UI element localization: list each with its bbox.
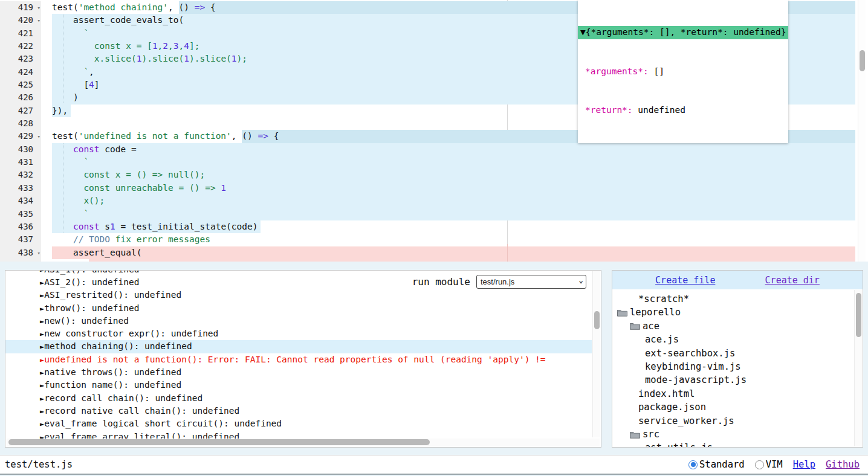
tree-item-label: ace.js (645, 333, 679, 346)
results-horizontal-scrollbar[interactable] (7, 439, 600, 446)
editor-line[interactable]: 438▾ assert_equal( (0, 246, 868, 259)
tree-file-item[interactable]: ext-searchbox.js (612, 347, 853, 360)
code-cell[interactable]: root_calltree_node(s1) (41, 259, 868, 262)
results-vscrollbar-thumb[interactable] (594, 311, 600, 329)
test-result-item[interactable]: ►function name(): undefined (5, 379, 592, 391)
test-result-label: native throws(): undefined (44, 367, 181, 377)
editor-line[interactable]: 433 const unreachable = () => 1 (0, 182, 868, 195)
test-result-label: function name(): undefined (44, 380, 181, 390)
tree-item-label: *scratch* (638, 292, 689, 306)
test-result-item[interactable]: ►native throws(): undefined (5, 366, 592, 379)
code-text: assert_equal( (41, 246, 868, 259)
gutter-cell: 433 (0, 182, 41, 195)
editor-line[interactable]: 431 ` (0, 156, 868, 169)
gutter-cell: 437 (0, 233, 41, 246)
code-cell[interactable]: const s1 = test_initial_state(code) (41, 220, 868, 233)
tree-item-label: index.html (638, 387, 695, 400)
results-vertical-scrollbar[interactable] (592, 271, 600, 437)
tree-folder-item[interactable]: ace (612, 320, 853, 333)
editor-line[interactable]: 435 ` (0, 208, 868, 220)
test-result-item[interactable]: ►eval_frame logical short circuit(): und… (5, 417, 592, 430)
tree-item-label: keybinding-vim.js (645, 360, 741, 373)
editor-scrollbar-thumb[interactable] (860, 50, 865, 71)
status-bar: test/test.js Standard VIM Help Github (0, 455, 868, 475)
tree-file-item[interactable]: ast_utils.js (612, 441, 853, 447)
tree-item-label: package.json (638, 400, 706, 414)
test-result-item[interactable]: ►throw(): undefined (5, 302, 592, 315)
editor-line[interactable]: 436 const s1 = test_initial_state(code) (0, 220, 868, 233)
tree-file-item[interactable]: service_worker.js (612, 414, 853, 428)
editor-vertical-scrollbar[interactable] (858, 0, 866, 262)
test-result-item[interactable]: ►undefined is not a function(): Error: F… (5, 353, 592, 366)
tooltip-value: undefined (633, 105, 685, 115)
create-file-link[interactable]: Create file (655, 275, 715, 286)
test-result-label: throw(): undefined (44, 303, 139, 313)
test-result-item[interactable]: ►record native call chain(): undefined (5, 405, 592, 417)
tree-folder-item[interactable]: src (612, 428, 853, 441)
fold-arrow-icon[interactable]: ▾ (37, 14, 40, 27)
fold-arrow-icon[interactable]: ▾ (37, 130, 40, 143)
editor-line[interactable]: 430 const code = (0, 143, 868, 156)
results-hscrollbar-thumb[interactable] (8, 439, 430, 445)
folder-icon (630, 322, 640, 330)
code-text: const code = (41, 143, 868, 156)
gutter-cell: 426 (0, 91, 41, 104)
radio-unselected-icon[interactable] (755, 460, 764, 469)
code-cell[interactable]: ` (41, 208, 868, 220)
tree-file-item[interactable]: index.html (612, 387, 853, 400)
tree-folder-item[interactable]: leporello (612, 306, 853, 319)
tree-file-item[interactable]: *scratch* (612, 292, 853, 306)
code-cell[interactable]: ` (41, 156, 868, 169)
tooltip-header[interactable]: ▼{*arguments*: [], *return*: undefined} (578, 26, 788, 39)
file-actions-bar: Create file Create dir (612, 271, 863, 289)
help-link[interactable]: Help (793, 459, 815, 470)
files-vscrollbar-thumb[interactable] (856, 293, 861, 337)
tree-file-item[interactable]: package.json (612, 400, 853, 414)
fold-arrow-icon[interactable]: ▾ (37, 247, 40, 260)
test-result-item[interactable]: ►record call chain(): undefined (5, 392, 592, 405)
code-text: // TODO fix error messages (41, 233, 868, 246)
create-dir-link[interactable]: Create dir (765, 275, 820, 286)
gutter-cell: 423 (0, 53, 41, 65)
test-result-item[interactable]: ►new constructor expr(): undefined (5, 327, 592, 340)
code-cell[interactable]: const code = (41, 143, 868, 156)
fold-arrow-icon[interactable]: ▾ (37, 2, 40, 14)
gutter-cell: 429▾ (0, 130, 41, 143)
tree-file-item[interactable]: mode-javascript.js (612, 373, 853, 387)
editor-line[interactable]: 437 // TODO fix error messages (0, 233, 868, 246)
tooltip-value: [] (649, 66, 664, 76)
code-cell[interactable]: const unreachable = () => 1 (41, 182, 868, 195)
code-cell[interactable]: x(); (41, 195, 868, 207)
tree-item-label: ext-searchbox.js (645, 347, 735, 360)
run-module-select[interactable]: test/run.js (476, 275, 586, 289)
test-result-item[interactable]: ►ASI_restrited(): undefined (5, 289, 592, 301)
folder-icon (630, 431, 640, 439)
code-cell[interactable]: assert_equal( (41, 246, 868, 259)
tooltip-entry: *return*: undefined (578, 104, 788, 117)
code-text: x(); (41, 195, 868, 207)
tree-item-label: leporello (630, 306, 681, 319)
code-text: const unreachable = () => 1 (41, 182, 868, 195)
code-editor[interactable]: 419▾test('method chaining', () => {420▾ … (0, 0, 868, 262)
files-vertical-scrollbar[interactable] (854, 290, 862, 446)
test-result-label: new(): undefined (44, 316, 129, 326)
tree-file-item[interactable]: keybinding-vim.js (612, 360, 853, 373)
editor-line[interactable]: 434 x(); (0, 195, 868, 207)
file-tree-panel: Create file Create dir *scratch*leporell… (612, 270, 863, 448)
test-result-item[interactable]: ►method chaining(): undefined (5, 340, 592, 353)
keybinding-radio-vim[interactable]: VIM (755, 459, 783, 470)
gutter-cell: 428 (0, 117, 41, 130)
github-link[interactable]: Github (826, 459, 860, 470)
radio-selected-icon[interactable] (688, 460, 698, 469)
editor-line[interactable]: 432 const x = () => null(); (0, 169, 868, 181)
tree-item-label: src (643, 428, 659, 441)
tree-file-item[interactable]: ace.js (612, 333, 853, 346)
tree-item-label: mode-javascript.js (645, 373, 747, 387)
gutter-cell: 435 (0, 208, 41, 220)
keybinding-radio-standard[interactable]: Standard (688, 459, 745, 470)
gutter-cell: 420▾ (0, 14, 41, 27)
code-cell[interactable]: // TODO fix error messages (41, 233, 868, 246)
code-cell[interactable]: const x = () => null(); (41, 169, 868, 181)
editor-line[interactable]: 439 root_calltree_node(s1) (0, 259, 868, 262)
test-result-item[interactable]: ►new(): undefined (5, 315, 592, 327)
